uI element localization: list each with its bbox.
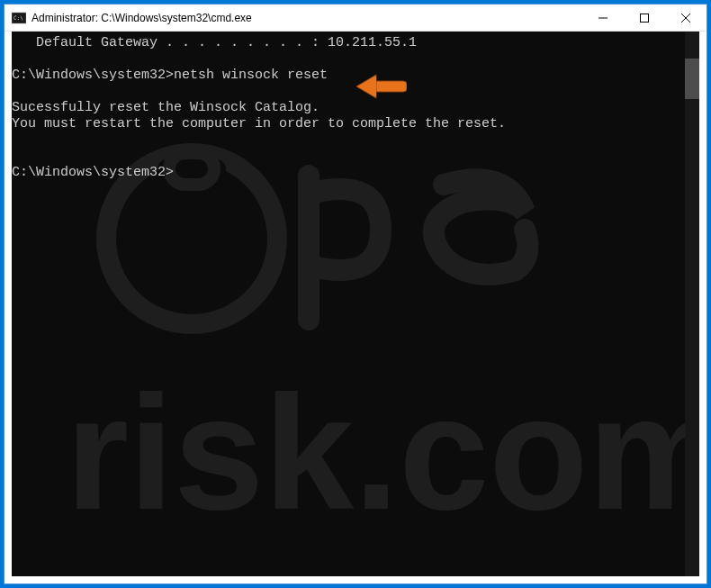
scrollbar-thumb[interactable] xyxy=(685,59,699,99)
scrollbar-track[interactable] xyxy=(685,32,699,576)
prompt-path: C:\Windows\system32> xyxy=(12,165,174,180)
svg-rect-3 xyxy=(641,14,649,22)
output-line: You must restart the computer in order t… xyxy=(12,116,506,131)
maximize-button[interactable] xyxy=(624,5,665,31)
svg-text:C:\: C:\ xyxy=(14,14,23,21)
terminal[interactable]: risk.com Default Gateway . . . . . . . .… xyxy=(12,32,699,576)
titlebar[interactable]: C:\ Administrator: C:\Windows\system32\c… xyxy=(4,5,706,32)
output-line: Default Gateway . . . . . . . . . : 10.2… xyxy=(12,35,417,50)
window-title: Administrator: C:\Windows\system32\cmd.e… xyxy=(32,12,582,24)
window-controls xyxy=(582,5,706,31)
cmd-icon: C:\ xyxy=(12,11,26,25)
close-button[interactable] xyxy=(665,5,706,31)
terminal-output: Default Gateway . . . . . . . . . : 10.2… xyxy=(12,32,685,576)
minimize-button[interactable] xyxy=(582,5,624,31)
cmd-window: C:\ Administrator: C:\Windows\system32\c… xyxy=(4,4,707,584)
output-line: Sucessfully reset the Winsock Catalog. xyxy=(12,100,320,115)
prompt-path: C:\Windows\system32> xyxy=(12,68,174,83)
entered-command: netsh winsock reset xyxy=(174,68,328,83)
